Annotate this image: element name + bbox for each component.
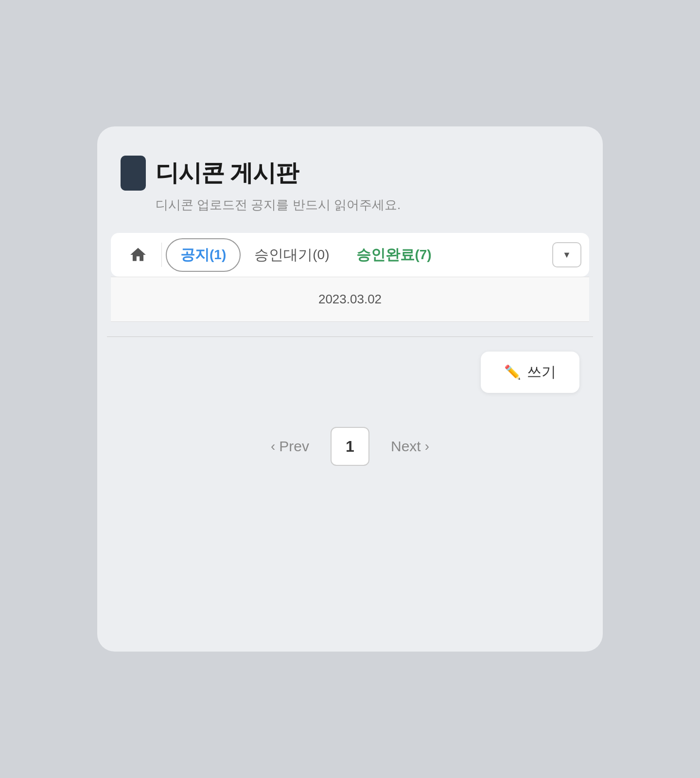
- bottom-section: ✏️ 쓰기 ‹ Prev 1 Next ›: [107, 337, 593, 476]
- current-page-number: 1: [346, 438, 354, 456]
- content-area: 2023.03.02: [111, 277, 589, 322]
- date-entry: 2023.03.02: [111, 277, 589, 321]
- tab-dropdown-button[interactable]: ▼: [552, 242, 581, 267]
- page-subtitle: 디시콘 업로드전 공지를 반드시 읽어주세요.: [121, 196, 579, 213]
- write-button-label: 쓰기: [527, 362, 556, 382]
- write-row: ✏️ 쓰기: [121, 337, 579, 407]
- prev-label: Prev: [279, 438, 309, 455]
- tab-approved-count: (7): [415, 247, 431, 263]
- entry-date: 2023.03.02: [318, 292, 382, 306]
- tab-approved[interactable]: 승인완료(7): [343, 239, 445, 271]
- main-card: 디시콘 게시판 디시콘 업로드전 공지를 반드시 읽어주세요. 공지(1) 승인…: [97, 126, 603, 652]
- tab-bar: 공지(1) 승인대기(0) 승인완료(7) ▼: [111, 233, 589, 277]
- tab-approved-label: 승인완료: [356, 245, 415, 265]
- chevron-right-icon: ›: [425, 439, 429, 454]
- write-button[interactable]: ✏️ 쓰기: [481, 352, 579, 393]
- board-icon: [121, 156, 146, 191]
- page-header: 디시콘 게시판 디시콘 업로드전 공지를 반드시 읽어주세요.: [107, 156, 593, 213]
- chevron-down-icon: ▼: [562, 250, 571, 260]
- tab-gongji-count: (1): [210, 247, 226, 263]
- next-label: Next: [391, 438, 421, 455]
- tab-pending[interactable]: 승인대기(0): [241, 239, 343, 271]
- home-icon: [129, 246, 147, 264]
- pagination: ‹ Prev 1 Next ›: [121, 407, 579, 476]
- page-title: 디시콘 게시판: [156, 158, 298, 189]
- tab-pending-count: (0): [313, 247, 329, 263]
- tab-pending-label: 승인대기: [254, 245, 313, 265]
- current-page: 1: [331, 427, 369, 466]
- tab-gongji-label: 공지: [180, 245, 210, 265]
- tab-gongji[interactable]: 공지(1): [166, 238, 241, 272]
- prev-button[interactable]: ‹ Prev: [261, 432, 319, 460]
- tab-divider-1: [161, 243, 162, 267]
- next-button[interactable]: Next ›: [381, 432, 439, 460]
- home-tab[interactable]: [119, 246, 158, 264]
- pencil-icon: ✏️: [504, 364, 521, 380]
- title-row: 디시콘 게시판: [121, 156, 579, 191]
- chevron-left-icon: ‹: [271, 439, 275, 454]
